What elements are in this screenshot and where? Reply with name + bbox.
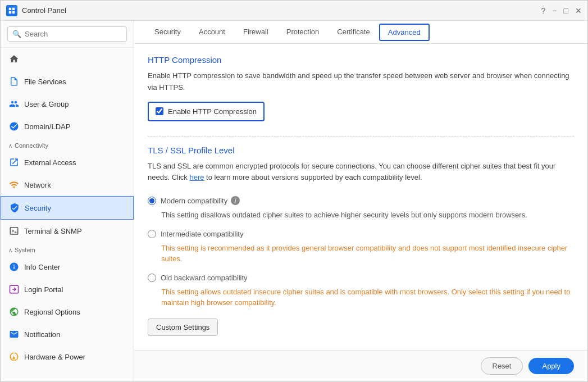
close-button[interactable]: ✕ bbox=[575, 7, 582, 15]
control-panel-window: Control Panel ? − □ ✕ 🔍 bbox=[0, 0, 588, 382]
network-icon bbox=[8, 179, 20, 190]
sidebar-item-domain-ldap[interactable]: Domain/LDAP bbox=[1, 115, 134, 138]
modern-compat-text: Modern compatibility bbox=[161, 197, 227, 205]
regional-options-icon bbox=[8, 306, 20, 317]
modern-compat-info-icon[interactable]: i bbox=[231, 196, 240, 205]
old-compat-label: Old backward compatibility bbox=[161, 274, 248, 282]
sidebar-item-hardware-power[interactable]: Hardware & Power bbox=[1, 345, 134, 368]
content-area: Security Account Firewall Protection Cer… bbox=[134, 21, 587, 381]
tab-certificate[interactable]: Certificate bbox=[328, 21, 379, 44]
svg-rect-1 bbox=[12, 7, 15, 10]
sidebar-label-external-access: External Access bbox=[24, 158, 76, 167]
old-compat-radio[interactable] bbox=[148, 274, 156, 282]
enable-http-compression-row[interactable]: Enable HTTP Compression bbox=[148, 102, 265, 121]
section-connectivity: Connectivity bbox=[1, 138, 134, 151]
file-services-icon bbox=[8, 76, 20, 87]
sidebar-label-regional-options: Regional Options bbox=[24, 308, 80, 316]
sidebar-label-login-portal: Login Portal bbox=[24, 285, 63, 294]
tab-advanced[interactable]: Advanced bbox=[379, 24, 430, 41]
enable-http-compression-label: Enable HTTP Compression bbox=[168, 107, 257, 116]
user-group-icon bbox=[8, 98, 20, 110]
sidebar-item-notification[interactable]: Notification bbox=[1, 323, 134, 345]
sidebar-label-terminal-snmp: Terminal & SNMP bbox=[24, 227, 82, 235]
help-button[interactable]: ? bbox=[541, 7, 546, 15]
login-portal-icon bbox=[8, 284, 20, 295]
minimize-button[interactable]: − bbox=[552, 7, 557, 15]
titlebar: Control Panel ? − □ ✕ bbox=[1, 1, 587, 21]
content-body: HTTP Compression Enable HTTP compression… bbox=[134, 44, 587, 350]
hardware-power-icon bbox=[8, 351, 20, 362]
intermediate-compat-option: Intermediate compatibility This setting … bbox=[148, 225, 574, 269]
domain-icon bbox=[8, 121, 20, 132]
section-divider bbox=[148, 136, 574, 137]
enable-http-compression-checkbox[interactable] bbox=[156, 107, 163, 115]
sidebar-item-terminal-snmp[interactable]: Terminal & SNMP bbox=[1, 220, 134, 242]
modern-compat-label: Modern compatibility i bbox=[161, 196, 240, 205]
sidebar-label-file-services: File Services bbox=[24, 78, 66, 86]
sidebar-item-user-group[interactable]: User & Group bbox=[1, 93, 134, 115]
tab-account[interactable]: Account bbox=[190, 21, 234, 44]
search-icon: 🔍 bbox=[12, 30, 21, 38]
sidebar-item-home[interactable] bbox=[1, 48, 134, 70]
apply-button[interactable]: Apply bbox=[528, 358, 574, 374]
http-compression-desc: Enable HTTP compression to save bandwidt… bbox=[148, 70, 574, 94]
sidebar-label-domain-ldap: Domain/LDAP bbox=[24, 122, 70, 131]
section-system: System bbox=[1, 242, 134, 256]
sidebar-item-login-portal[interactable]: Login Portal bbox=[1, 278, 134, 301]
terminal-icon bbox=[8, 225, 20, 237]
old-compat-desc: This setting allows outdated insecure ci… bbox=[148, 286, 574, 313]
maximize-button[interactable]: □ bbox=[564, 7, 568, 15]
sidebar-label-hardware-power: Hardware & Power bbox=[24, 353, 85, 361]
reset-button[interactable]: Reset bbox=[481, 357, 523, 375]
tab-firewall[interactable]: Firewall bbox=[234, 21, 277, 44]
sidebar-label-security: Security bbox=[25, 204, 51, 212]
home-icon bbox=[8, 53, 20, 65]
window-title: Control Panel bbox=[22, 6, 66, 15]
sidebar-item-info-center[interactable]: Info Center bbox=[1, 256, 134, 278]
sidebar-label-network: Network bbox=[24, 181, 51, 189]
external-access-icon bbox=[8, 157, 20, 168]
sidebar-label-user-group: User & Group bbox=[24, 100, 69, 108]
old-compat-radio-row[interactable]: Old backward compatibility bbox=[148, 269, 574, 286]
svg-rect-3 bbox=[12, 11, 15, 13]
search-box[interactable]: 🔍 bbox=[7, 26, 127, 42]
modern-compat-desc: This setting disallows outdated cipher s… bbox=[148, 210, 574, 225]
tls-ssl-desc: TLS and SSL are common encrypted protoco… bbox=[148, 161, 574, 184]
tls-desc-link[interactable]: here bbox=[189, 173, 204, 181]
tls-desc-part2: to learn more about versions supported b… bbox=[204, 173, 422, 181]
modern-compat-option: Modern compatibility i This setting disa… bbox=[148, 192, 574, 225]
security-icon bbox=[9, 202, 20, 213]
sidebar-item-regional-options[interactable]: Regional Options bbox=[1, 301, 134, 323]
sidebar-item-file-services[interactable]: File Services bbox=[1, 70, 134, 93]
intermediate-compat-radio-row[interactable]: Intermediate compatibility bbox=[148, 225, 574, 243]
sidebar-item-external-access[interactable]: External Access bbox=[1, 151, 134, 174]
tab-security[interactable]: Security bbox=[145, 21, 190, 44]
titlebar-left: Control Panel bbox=[6, 5, 66, 16]
intermediate-compat-label: Intermediate compatibility bbox=[161, 230, 243, 238]
svg-rect-0 bbox=[9, 7, 11, 10]
old-compat-option: Old backward compatibility This setting … bbox=[148, 269, 574, 313]
app-icon bbox=[6, 5, 17, 16]
http-compression-title: HTTP Compression bbox=[148, 55, 574, 65]
tab-bar: Security Account Firewall Protection Cer… bbox=[134, 21, 587, 44]
footer: Reset Apply bbox=[134, 350, 587, 381]
sidebar-label-info-center: Info Center bbox=[24, 263, 60, 271]
tls-ssl-title: TLS / SSL Profile Level bbox=[148, 145, 574, 155]
sidebar-search-area: 🔍 bbox=[1, 21, 134, 48]
sidebar-item-security[interactable]: Security bbox=[1, 196, 134, 220]
tls-radio-group: Modern compatibility i This setting disa… bbox=[148, 192, 574, 313]
info-center-icon bbox=[8, 261, 20, 272]
svg-rect-2 bbox=[9, 11, 11, 13]
intermediate-compat-radio[interactable] bbox=[148, 230, 156, 238]
search-input[interactable] bbox=[25, 30, 122, 38]
intermediate-compat-desc: This setting is recommended as it provid… bbox=[148, 243, 574, 269]
main-layout: 🔍 File Services bbox=[1, 21, 587, 381]
tab-protection[interactable]: Protection bbox=[277, 21, 329, 44]
modern-compat-radio-row[interactable]: Modern compatibility i bbox=[148, 192, 574, 210]
modern-compat-radio[interactable] bbox=[148, 197, 156, 205]
custom-settings-button[interactable]: Custom Settings bbox=[148, 319, 218, 336]
sidebar-item-network[interactable]: Network bbox=[1, 174, 134, 196]
window-controls: ? − □ ✕ bbox=[541, 7, 582, 15]
sidebar: 🔍 File Services bbox=[1, 21, 134, 381]
notification-icon bbox=[8, 329, 20, 340]
